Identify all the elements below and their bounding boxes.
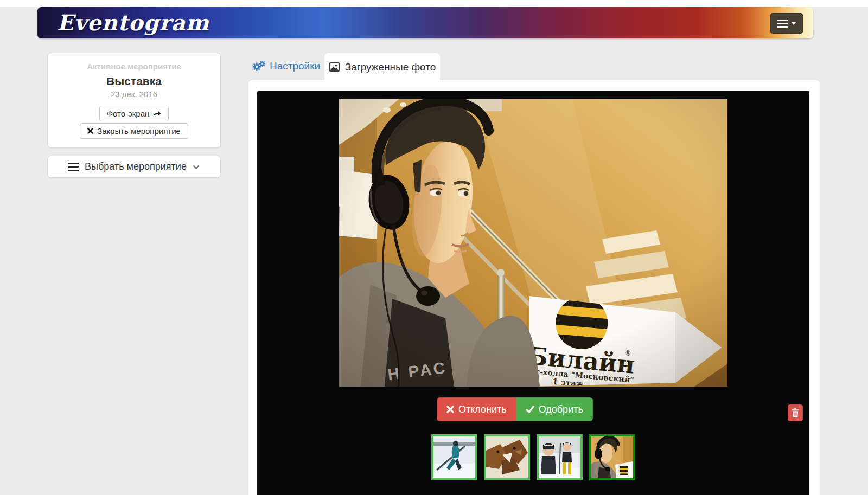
menu-button[interactable] bbox=[770, 13, 803, 34]
caret-down-icon bbox=[791, 22, 796, 25]
photo-viewer: Билайн ® гресс-холла "Московский" 1 этаж bbox=[257, 91, 809, 495]
tab-settings-label: Настройки bbox=[270, 60, 320, 72]
tab-settings[interactable]: Настройки bbox=[252, 58, 320, 74]
select-event-label: Выбрать мероприятие bbox=[85, 161, 187, 172]
list-icon bbox=[68, 163, 79, 171]
reject-button[interactable]: Отклонить bbox=[437, 397, 516, 421]
close-event-button[interactable]: Закрыть мероприятие bbox=[80, 123, 188, 139]
brand-logo[interactable]: Eventogram bbox=[57, 10, 209, 35]
main-photo: Билайн ® гресс-холла "Московский" 1 этаж bbox=[339, 99, 727, 387]
tab-uploaded-photos[interactable]: Загруженные фото bbox=[324, 53, 440, 81]
thumbnail-1-skier[interactable] bbox=[431, 434, 477, 480]
navbar: Eventogram bbox=[37, 7, 813, 38]
check-icon bbox=[526, 406, 534, 413]
active-event-heading: Активное мероприятие bbox=[48, 62, 220, 71]
close-event-label: Закрыть мероприятие bbox=[97, 126, 181, 136]
reject-label: Отклонить bbox=[458, 404, 507, 415]
photo-screen-button[interactable]: Фото-экран bbox=[99, 106, 169, 121]
delete-photo-button[interactable] bbox=[788, 404, 803, 421]
hamburger-icon bbox=[777, 20, 788, 28]
select-event-button[interactable]: Выбрать мероприятие bbox=[47, 156, 221, 178]
active-event-date: 23 дек. 2016 bbox=[48, 89, 220, 99]
tab-uploaded-label: Загруженные фото bbox=[345, 61, 436, 73]
active-event-card: Активное мероприятие Выставка 23 дек. 20… bbox=[47, 53, 221, 148]
close-icon bbox=[87, 128, 93, 134]
approve-button[interactable]: Одобрить bbox=[516, 397, 593, 421]
thumbnail-4-current-photo[interactable] bbox=[589, 434, 635, 480]
share-arrow-icon bbox=[153, 110, 161, 117]
page: Eventogram Активное мероприятие Выставка… bbox=[0, 0, 868, 495]
moderation-buttons: Отклонить Одобрить bbox=[437, 397, 593, 421]
approve-label: Одобрить bbox=[539, 404, 583, 415]
thumbnail-strip bbox=[431, 434, 635, 480]
chevron-down-icon bbox=[193, 165, 200, 169]
cogs-icon bbox=[252, 61, 265, 72]
uploaded-photos-panel: Билайн ® гресс-холла "Московский" 1 этаж bbox=[248, 80, 820, 495]
thumbnail-3-two-people[interactable] bbox=[537, 434, 583, 480]
image-icon bbox=[329, 62, 340, 72]
x-icon bbox=[446, 406, 454, 413]
active-event-name: Выставка bbox=[48, 75, 220, 88]
thumbnail-2-dogs[interactable] bbox=[484, 434, 530, 480]
trash-icon bbox=[792, 408, 799, 417]
photo-screen-label: Фото-экран bbox=[107, 109, 150, 118]
